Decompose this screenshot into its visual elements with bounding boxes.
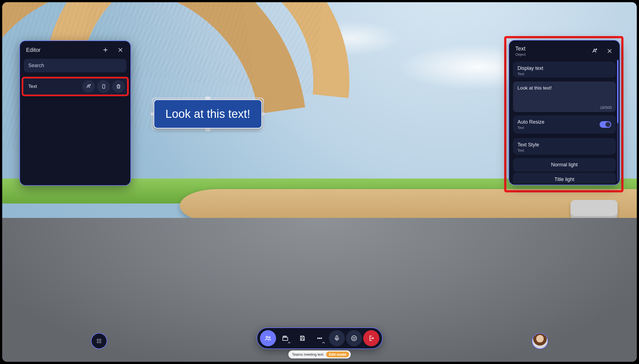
people-button[interactable] [260,330,276,346]
svg-point-1 [97,339,98,340]
save-button[interactable] [294,330,310,346]
auto-resize-toggle[interactable] [600,121,611,128]
style-option-label: Title light [554,177,574,182]
editor-header: Editor [20,41,130,57]
save-icon [299,335,306,342]
svg-point-13 [319,338,320,338]
display-text-value: Look at this text! [517,85,552,91]
char-count: 18/500 [600,105,612,110]
app-menu-button[interactable] [91,333,107,349]
resize-handle-bottom[interactable] [205,128,210,131]
svg-point-12 [317,338,318,338]
search-placeholder: Search [28,63,44,68]
add-button[interactable] [102,46,109,54]
svg-rect-0 [103,85,105,88]
style-option-label: Normal light [551,162,578,167]
text-edit-icon [592,48,598,54]
properties-panel: Text Object Display text Text Look at th… [509,40,620,185]
properties-title: Text [515,45,526,52]
auto-resize-sub: Text [517,126,544,130]
svg-point-7 [97,342,98,343]
properties-subtitle: Object [515,52,526,57]
svg-point-10 [266,336,268,338]
auto-resize-section: Auto Resize Text [513,115,616,134]
svg-point-11 [269,337,270,338]
search-input[interactable]: Search [24,59,127,72]
display-text-sub: Text [517,72,611,76]
svg-point-2 [98,339,99,340]
leave-button[interactable] [363,330,379,346]
close-icon [117,47,123,53]
text-style-title: Text Style [517,142,611,148]
display-text-input[interactable]: Look at this text! 18/500 [513,82,616,112]
text-edit-icon [86,84,91,89]
text-style-sub: Text [517,148,611,152]
svg-point-5 [98,340,99,341]
close-button[interactable] [117,46,124,54]
status-pill: Teams meeting text Edit mode [288,350,351,358]
text-sign[interactable]: Look at this text! [153,99,262,129]
edit-name-button[interactable] [591,47,598,55]
scrollbar-thumb[interactable] [617,60,618,123]
close-button[interactable] [606,47,613,55]
plus-icon [102,47,108,53]
display-text-section: Display text Text [513,62,616,78]
more-button[interactable] [312,330,328,346]
copy-icon [101,84,106,89]
style-option-normal-light[interactable]: Normal light [513,158,616,172]
object-row-text[interactable]: Text [22,77,129,96]
duplicate-button[interactable] [97,80,110,93]
grid-icon [96,338,102,344]
bottom-toolbar [257,327,383,349]
svg-point-17 [353,337,353,338]
trash-icon [116,84,121,89]
smile-icon [351,335,357,342]
svg-point-9 [100,342,101,343]
delete-button[interactable] [112,80,125,93]
people-icon [265,335,271,342]
selected-text-object[interactable]: Look at this text! [153,99,262,129]
leave-icon [368,335,375,342]
svg-point-6 [100,340,101,341]
properties-header: Text Object [509,40,620,59]
svg-rect-15 [336,336,338,339]
user-avatar[interactable] [532,333,548,349]
close-icon [607,48,613,54]
svg-point-8 [98,342,99,343]
auto-resize-title: Auto Resize [517,119,544,125]
display-text-title: Display text [517,65,611,71]
text-sign-label: Look at this text! [165,107,250,121]
object-row-label: Text [26,82,82,91]
room-name: Teams meeting text [292,352,324,357]
svg-point-16 [352,336,357,341]
mode-badge: Edit mode [326,352,349,357]
mic-button[interactable] [329,330,345,346]
svg-point-18 [355,337,355,338]
svg-point-3 [100,339,101,340]
wood-deck [180,189,637,222]
svg-point-4 [97,340,98,341]
style-option-title-light[interactable]: Title light [513,173,616,184]
react-button[interactable] [346,330,362,346]
editor-title: Editor [26,47,41,53]
properties-scrollbar[interactable] [617,60,618,181]
mic-icon [334,335,340,342]
couch-prop [570,200,618,219]
scene-button[interactable] [277,330,293,346]
svg-point-14 [321,338,322,338]
scene-viewport: Look at this text! Editor Search Text [2,2,637,362]
text-style-section: Text Style Text [513,138,616,155]
editor-panel: Editor Search Text [19,40,131,186]
rename-button[interactable] [82,80,95,93]
